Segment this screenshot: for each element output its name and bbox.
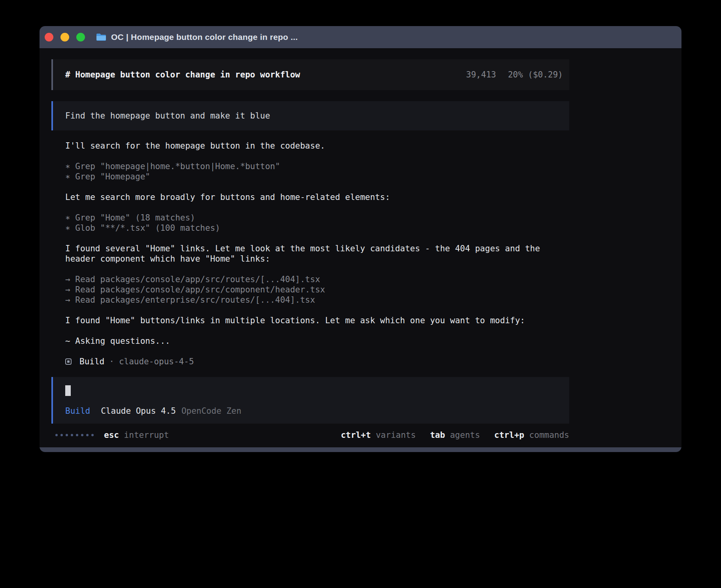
tool-call-grep: ∗ Grep "homepage|home.*button|Home.*butt…	[65, 161, 569, 172]
shortcut-key: tab	[430, 430, 445, 440]
terminal-content: # Homepage button color change in repo w…	[40, 48, 681, 447]
agent-model: claude-opus-4-5	[119, 356, 194, 367]
assistant-text-block: I found several "Home" links. Let me loo…	[65, 243, 569, 264]
input-agent-label[interactable]: Build	[65, 406, 90, 416]
titlebar[interactable]: OC | Homepage button color change in rep…	[40, 26, 681, 48]
input-provider-label: OpenCode Zen	[181, 406, 242, 416]
session-title: # Homepage button color change in repo w…	[65, 70, 300, 80]
input-model-label[interactable]: Claude Opus 4.5	[101, 406, 176, 416]
asking-questions-status: ~ Asking questions...	[65, 336, 569, 346]
agent-icon-dot	[67, 360, 70, 363]
window-title: OC | Homepage button color change in rep…	[111, 32, 298, 42]
shortcut-variants: ctrl+t variants	[341, 430, 416, 440]
shortcut-label: agents	[450, 430, 480, 440]
session-header: # Homepage button color change in repo w…	[51, 59, 569, 90]
agent-status-line: Build · claude-opus-4-5	[65, 356, 569, 367]
tool-call-read: → Read packages/console/app/src/componen…	[65, 285, 569, 295]
agent-separator: ·	[109, 356, 114, 367]
shortcut-interrupt: esc interrupt	[104, 430, 169, 440]
statusbar: esc interrupt ctrl+t variants tab agents…	[51, 430, 569, 440]
tool-call-block: ∗ Grep "homepage|home.*button|Home.*butt…	[65, 161, 569, 182]
close-button[interactable]	[45, 33, 53, 41]
assistant-text: I'll search for the homepage button in t…	[65, 141, 569, 151]
agent-name: Build	[79, 356, 104, 367]
shortcut-commands: ctrl+p commands	[494, 430, 569, 440]
session-stats: 39,413 20% ($0.29)	[466, 70, 563, 80]
folder-icon	[96, 33, 106, 41]
title-group: OC | Homepage button color change in rep…	[96, 32, 298, 42]
tool-call-read: → Read packages/enterprise/src/routes/[.…	[65, 295, 569, 305]
context-cost: 20% ($0.29)	[508, 70, 563, 80]
agent-icon	[65, 358, 72, 365]
assistant-text-block: I'll search for the homepage button in t…	[65, 141, 569, 151]
assistant-text: I found "Home" buttons/links in multiple…	[65, 315, 569, 326]
terminal-window: OC | Homepage button color change in rep…	[40, 26, 681, 452]
token-count: 39,413	[466, 70, 496, 80]
prompt-input[interactable]: Build Claude Opus 4.5 OpenCode Zen	[51, 377, 569, 424]
tool-call-glob: ∗ Glob "**/*.tsx" (100 matches)	[65, 223, 569, 233]
shortcut-key: esc	[104, 430, 119, 440]
assistant-text-block: Let me search more broadly for buttons a…	[65, 192, 569, 202]
traffic-lights	[45, 33, 85, 41]
shortcut-key: ctrl+t	[341, 430, 371, 440]
shortcut-label: interrupt	[124, 430, 169, 440]
assistant-text: Let me search more broadly for buttons a…	[65, 192, 569, 202]
assistant-text: I found several "Home" links. Let me loo…	[65, 243, 569, 264]
content-column: # Homepage button color change in repo w…	[51, 59, 569, 440]
shortcut-label: commands	[529, 430, 569, 440]
shortcut-key: ctrl+p	[494, 430, 524, 440]
shortcut-label: variants	[376, 430, 416, 440]
text-cursor	[65, 385, 71, 396]
tool-call-read: → Read packages/console/app/src/routes/[…	[65, 274, 569, 285]
assistant-status-block: ~ Asking questions...	[65, 336, 569, 346]
zoom-button[interactable]	[76, 33, 85, 41]
minimize-button[interactable]	[60, 33, 69, 41]
statusbar-right: ctrl+t variants tab agents ctrl+p comman…	[341, 430, 569, 440]
tool-call-grep: ∗ Grep "Home" (18 matches)	[65, 213, 569, 223]
input-meta: Build Claude Opus 4.5 OpenCode Zen	[65, 406, 560, 416]
user-message: Find the homepage button and make it blu…	[51, 101, 569, 130]
shortcut-agents: tab agents	[430, 430, 480, 440]
assistant-text-block: I found "Home" buttons/links in multiple…	[65, 315, 569, 326]
tool-call-block: → Read packages/console/app/src/routes/[…	[65, 274, 569, 305]
user-message-text: Find the homepage button and make it blu…	[65, 111, 270, 121]
tool-call-block: ∗ Grep "Home" (18 matches) ∗ Glob "**/*.…	[65, 213, 569, 233]
statusbar-left: esc interrupt	[55, 430, 169, 440]
tool-call-grep: ∗ Grep "Homepage"	[65, 172, 569, 182]
spinner-icon	[55, 434, 94, 436]
